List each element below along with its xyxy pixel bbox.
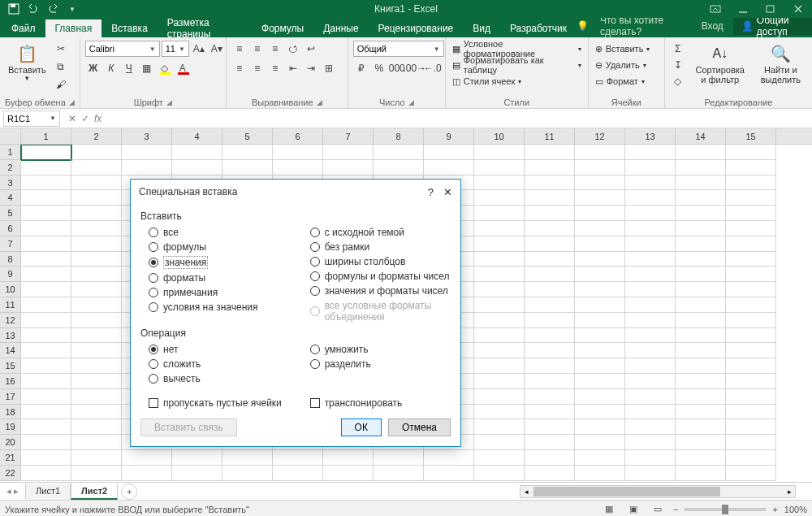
skip-blanks-checkbox[interactable]: пропускать пустые ячейки (140, 396, 302, 410)
radio-icon (310, 257, 320, 267)
transpose-checkbox[interactable]: транспонировать (302, 396, 451, 410)
paste-radio-0[interactable]: с исходной темой (302, 225, 451, 240)
paste-section-label: Вставить (140, 210, 451, 222)
radio-icon (310, 359, 320, 369)
radio-icon (310, 271, 320, 281)
radio-icon (149, 242, 158, 252)
radio-icon (149, 288, 158, 297)
op-radio-0[interactable]: нет (140, 342, 302, 357)
dialog-title: Специальная вставка (139, 186, 237, 197)
paste-radio-4[interactable]: значения и форматы чисел (302, 284, 451, 298)
cancel-button[interactable]: Отмена (388, 418, 451, 436)
radio-icon (149, 273, 158, 283)
operation-section-label: Операция (140, 327, 451, 339)
radio-icon (149, 345, 158, 354)
paste-radio-3[interactable]: формулы и форматы чисел (302, 269, 451, 284)
paste-radio-4[interactable]: примечания (140, 285, 302, 300)
radio-icon (149, 374, 158, 384)
op-radio-2[interactable]: вычесть (140, 371, 302, 386)
paste-link-button: Вставить связь (140, 418, 237, 436)
paste-radio-1[interactable]: формулы (140, 240, 302, 254)
paste-radio-2[interactable]: значения (140, 254, 302, 271)
op-radio-1[interactable]: разделить (302, 357, 451, 371)
dialog-titlebar[interactable]: Специальная вставка ? ✕ (131, 180, 460, 204)
radio-icon (310, 242, 320, 252)
radio-icon (310, 306, 320, 316)
paste-radio-5: все условные форматы объединения (302, 298, 451, 324)
paste-radio-0[interactable]: все (140, 225, 302, 240)
paste-radio-5[interactable]: условия на значения (140, 300, 302, 314)
op-radio-0[interactable]: умножить (302, 342, 451, 357)
paste-radio-3[interactable]: форматы (140, 271, 302, 285)
ok-button[interactable]: ОК (341, 418, 382, 436)
paste-special-dialog: Специальная вставка ? ✕ Вставить всеформ… (130, 179, 461, 447)
radio-icon (149, 258, 158, 267)
paste-radio-2[interactable]: ширины столбцов (302, 254, 451, 269)
paste-radio-1[interactable]: без рамки (302, 240, 451, 254)
radio-icon (149, 302, 158, 312)
dialog-close-button[interactable]: ✕ (443, 186, 452, 198)
dialog-help-button[interactable]: ? (428, 186, 434, 198)
op-radio-1[interactable]: сложить (140, 357, 302, 371)
dialog-backdrop: Специальная вставка ? ✕ Вставить всеформ… (0, 0, 812, 516)
radio-icon (310, 286, 320, 296)
radio-icon (310, 345, 320, 354)
radio-icon (149, 228, 158, 237)
radio-icon (310, 228, 320, 237)
radio-icon (149, 359, 158, 369)
